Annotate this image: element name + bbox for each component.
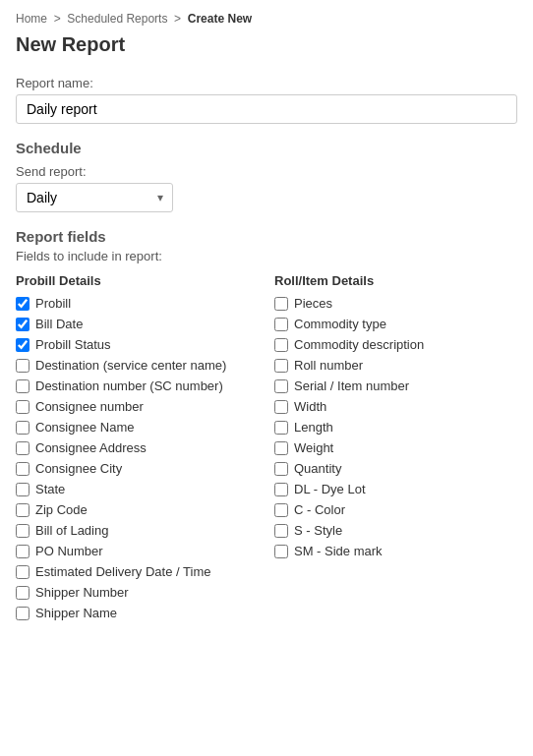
report-fields-title: Report fields bbox=[16, 228, 517, 245]
list-item: Width bbox=[274, 399, 517, 414]
send-report-label: Send report: bbox=[16, 164, 517, 179]
list-item: Consignee City bbox=[16, 461, 259, 476]
list-item: Serial / Item number bbox=[274, 378, 517, 393]
list-item: S - Style bbox=[274, 523, 517, 538]
list-item: PO Number bbox=[16, 544, 259, 558]
list-item: DL - Dye Lot bbox=[274, 482, 517, 496]
roll-item-label-1: Commodity type bbox=[294, 317, 386, 331]
roll-item-label-9: DL - Dye Lot bbox=[294, 482, 366, 496]
breadcrumb: Home > Scheduled Reports > Create New bbox=[16, 12, 517, 26]
probill-label-6: Consignee Name bbox=[35, 420, 134, 435]
list-item: Shipper Number bbox=[16, 585, 259, 600]
roll-item-label-7: Weight bbox=[294, 440, 333, 455]
probill-label-2: Probill Status bbox=[35, 337, 111, 352]
list-item: Zip Code bbox=[16, 502, 259, 517]
probill-checkbox-3[interactable] bbox=[16, 359, 30, 373]
list-item: Consignee Address bbox=[16, 440, 259, 455]
fields-columns: Probill Details ProbillBill DateProbill … bbox=[16, 273, 517, 626]
probill-checkbox-5[interactable] bbox=[16, 400, 30, 414]
roll-item-checkbox-0[interactable] bbox=[274, 297, 288, 311]
probill-label-4: Destination number (SC number) bbox=[35, 378, 223, 393]
probill-label-13: Estimated Delivery Date / Time bbox=[35, 564, 210, 579]
roll-item-details-column: Roll/Item Details PiecesCommodity typeCo… bbox=[274, 273, 517, 626]
roll-item-checkbox-8[interactable] bbox=[274, 462, 288, 476]
probill-checkbox-8[interactable] bbox=[16, 462, 30, 476]
probill-label-15: Shipper Name bbox=[35, 606, 117, 620]
list-item: State bbox=[16, 482, 259, 496]
roll-item-label-10: C - Color bbox=[294, 502, 345, 517]
roll-item-details-header: Roll/Item Details bbox=[274, 273, 517, 288]
roll-item-checkbox-7[interactable] bbox=[274, 441, 288, 455]
roll-item-checkbox-1[interactable] bbox=[274, 318, 288, 331]
probill-checkbox-6[interactable] bbox=[16, 421, 30, 435]
fields-subtitle: Fields to include in report: bbox=[16, 249, 517, 263]
probill-checkbox-13[interactable] bbox=[16, 565, 30, 579]
list-item: Consignee Name bbox=[16, 420, 259, 435]
report-name-input[interactable] bbox=[16, 94, 517, 124]
list-item: Quantity bbox=[274, 461, 517, 476]
probill-checkbox-4[interactable] bbox=[16, 379, 30, 393]
breadcrumb-current: Create New bbox=[188, 12, 252, 26]
schedule-section: Send report: Daily Weekly Monthly ▾ bbox=[16, 164, 517, 212]
breadcrumb-scheduled-reports[interactable]: Scheduled Reports bbox=[67, 12, 167, 26]
breadcrumb-home[interactable]: Home bbox=[16, 12, 47, 26]
roll-item-checkbox-3[interactable] bbox=[274, 359, 288, 373]
list-item: Destination number (SC number) bbox=[16, 378, 259, 393]
probill-checkbox-15[interactable] bbox=[16, 607, 30, 620]
list-item: Destination (service center name) bbox=[16, 358, 259, 373]
roll-item-checkbox-12[interactable] bbox=[274, 545, 288, 558]
probill-details-column: Probill Details ProbillBill DateProbill … bbox=[16, 273, 259, 626]
roll-item-label-0: Pieces bbox=[294, 296, 332, 311]
send-report-wrapper: Daily Weekly Monthly ▾ bbox=[16, 183, 173, 212]
roll-item-label-5: Width bbox=[294, 399, 326, 414]
roll-item-checkbox-5[interactable] bbox=[274, 400, 288, 414]
roll-item-label-6: Length bbox=[294, 420, 333, 435]
list-item: C - Color bbox=[274, 502, 517, 517]
probill-label-8: Consignee City bbox=[35, 461, 122, 476]
schedule-section-title: Schedule bbox=[16, 140, 517, 156]
probill-checkbox-9[interactable] bbox=[16, 483, 30, 496]
list-item: Estimated Delivery Date / Time bbox=[16, 564, 259, 579]
probill-label-5: Consignee number bbox=[35, 399, 144, 414]
probill-label-1: Bill Date bbox=[35, 317, 83, 331]
list-item: Commodity description bbox=[274, 337, 517, 352]
probill-details-header: Probill Details bbox=[16, 273, 259, 288]
probill-checkbox-0[interactable] bbox=[16, 297, 30, 311]
page-title: New Report bbox=[16, 33, 517, 56]
list-item: Probill Status bbox=[16, 337, 259, 352]
probill-label-9: State bbox=[35, 482, 65, 496]
probill-label-10: Zip Code bbox=[35, 502, 88, 517]
list-item: Commodity type bbox=[274, 317, 517, 331]
probill-label-3: Destination (service center name) bbox=[35, 358, 226, 373]
list-item: Weight bbox=[274, 440, 517, 455]
roll-item-checkbox-9[interactable] bbox=[274, 483, 288, 496]
list-item: Pieces bbox=[274, 296, 517, 311]
roll-item-checkbox-2[interactable] bbox=[274, 338, 288, 352]
probill-label-7: Consignee Address bbox=[35, 440, 147, 455]
probill-checkbox-12[interactable] bbox=[16, 545, 30, 558]
probill-checkbox-10[interactable] bbox=[16, 503, 30, 517]
roll-item-checkbox-4[interactable] bbox=[274, 379, 288, 393]
roll-item-label-2: Commodity description bbox=[294, 337, 424, 352]
probill-checkbox-14[interactable] bbox=[16, 586, 30, 600]
list-item: Length bbox=[274, 420, 517, 435]
roll-item-label-8: Quantity bbox=[294, 461, 341, 476]
probill-label-12: PO Number bbox=[35, 544, 103, 558]
report-name-label: Report name: bbox=[16, 76, 517, 90]
probill-checkbox-1[interactable] bbox=[16, 318, 30, 331]
roll-item-label-4: Serial / Item number bbox=[294, 378, 409, 393]
roll-item-checkbox-11[interactable] bbox=[274, 524, 288, 538]
probill-checkbox-2[interactable] bbox=[16, 338, 30, 352]
roll-item-checkbox-6[interactable] bbox=[274, 421, 288, 435]
list-item: Shipper Name bbox=[16, 606, 259, 620]
probill-checkbox-7[interactable] bbox=[16, 441, 30, 455]
roll-item-checkbox-10[interactable] bbox=[274, 503, 288, 517]
list-item: Bill of Lading bbox=[16, 523, 259, 538]
list-item: Bill Date bbox=[16, 317, 259, 331]
list-item: SM - Side mark bbox=[274, 544, 517, 558]
probill-label-11: Bill of Lading bbox=[35, 523, 108, 538]
probill-checkbox-11[interactable] bbox=[16, 524, 30, 538]
send-report-select[interactable]: Daily Weekly Monthly bbox=[16, 183, 173, 212]
report-name-section: Report name: bbox=[16, 76, 517, 124]
roll-item-label-3: Roll number bbox=[294, 358, 363, 373]
